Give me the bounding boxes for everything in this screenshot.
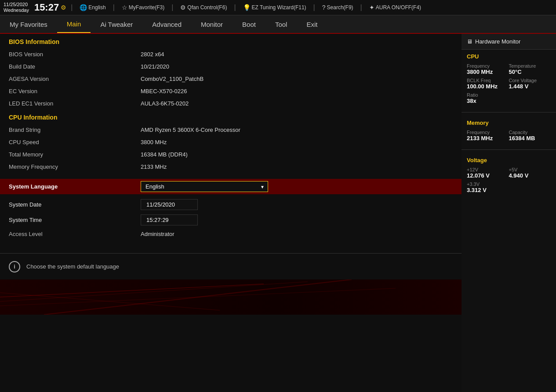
hw-mem-cap-col: Capacity 16384 MB [509, 130, 551, 142]
navbar: My Favorites Main Ai Tweaker Advanced Mo… [0, 15, 556, 34]
nav-ai-tweaker[interactable]: Ai Tweaker [91, 15, 142, 33]
hw-cpu-temp-label: Temperature [509, 63, 551, 69]
divider-2: | [113, 4, 115, 11]
aura-button[interactable]: ✦ AURA ON/OFF(F4) [367, 4, 424, 11]
hw-cpu-freq-col: Frequency 3800 MHz [467, 63, 509, 75]
nav-monitor[interactable]: Monitor [191, 15, 233, 33]
divider-1: | [71, 4, 73, 11]
system-time-row[interactable]: System Time 15:27:29 [0, 212, 462, 228]
hw-bclk-col: BCLK Freq 100.00 MHz [467, 78, 509, 90]
led-ec1-row: LED EC1 Version AULA3-6K75-0202 [0, 97, 462, 109]
hw-ratio-label: Ratio [467, 92, 551, 98]
hw-bclk-row: BCLK Freq 100.00 MHz Core Voltage 1.448 … [467, 78, 551, 90]
monitor-icon: 🖥 [467, 38, 472, 45]
svg-line-4 [0, 288, 396, 306]
agesa-label: AGESA Version [9, 76, 141, 82]
system-time-label: System Time [9, 217, 141, 223]
hw-ratio-col: Ratio 38x [467, 92, 551, 104]
hw-ratio-row: Ratio 38x [467, 92, 551, 104]
datetime-display: 11/25/2020 Wednesday [4, 2, 33, 13]
globe-icon: 🌐 [80, 4, 87, 11]
ec-version-label: EC Version [9, 88, 141, 94]
qfan-control-button[interactable]: ⚙ Qfan Control(F6) [178, 4, 229, 11]
hw-divider-2 [462, 149, 556, 150]
hw-v5-label: +5V [509, 167, 551, 172]
language-dropdown[interactable]: English Simplified Chinese Traditional C… [141, 181, 268, 192]
hw-mem-freq-col: Frequency 2133 MHz [467, 130, 509, 142]
search-button[interactable]: ? Search(F9) [320, 4, 356, 11]
divider-4: | [234, 4, 236, 11]
system-date-value[interactable]: 11/25/2020 [141, 199, 453, 210]
nav-tool[interactable]: Tool [265, 15, 297, 33]
tuning-icon: 💡 [243, 4, 251, 11]
total-memory-label: Total Memory [9, 151, 141, 158]
language-dropdown-wrapper[interactable]: English Simplified Chinese Traditional C… [141, 181, 268, 192]
nav-exit[interactable]: Exit [297, 15, 327, 33]
hardware-monitor-sidebar: 🖥 Hardware Monitor CPU Frequency 3800 MH… [462, 34, 556, 392]
ec-version-value: MBEC-X570-0226 [141, 88, 453, 94]
hw-core-voltage-col: Core Voltage 1.448 V [509, 78, 551, 90]
gear-icon: ⚙ [61, 4, 66, 11]
nav-main[interactable]: Main [57, 15, 91, 33]
language-selector[interactable]: 🌐 English [77, 4, 108, 11]
content-sidebar-wrapper: BIOS Information BIOS Version 2802 x64 B… [0, 34, 556, 392]
nav-my-favorites[interactable]: My Favorites [0, 15, 57, 33]
hw-v33-col: +3.3V 3.312 V [467, 181, 551, 193]
hw-mem-row: Frequency 2133 MHz Capacity 16384 MB [467, 130, 551, 142]
hw-cpu-freq-row: Frequency 3800 MHz Temperature 50°C [467, 63, 551, 75]
system-time-value[interactable]: 15:27:29 [141, 214, 453, 225]
system-language-value[interactable]: English Simplified Chinese Traditional C… [141, 181, 453, 192]
cpu-speed-row: CPU Speed 3800 MHz [0, 136, 462, 148]
brand-string-label: Brand String [9, 127, 141, 133]
memory-freq-label: Memory Frequency [9, 163, 141, 170]
brand-string-value: AMD Ryzen 5 3600X 6-Core Processor [141, 127, 453, 133]
hw-cpu-section: CPU Frequency 3800 MHz Temperature 50°C [462, 50, 556, 109]
my-favorite-button[interactable]: ☆ MyFavorite(F3) [119, 4, 167, 11]
hw-voltage-12-5-row: +12V 12.076 V +5V 4.940 V [467, 167, 551, 179]
system-language-row[interactable]: System Language English Simplified Chine… [0, 179, 462, 194]
system-date-box[interactable]: 11/25/2020 [141, 199, 198, 210]
svg-line-2 [0, 293, 220, 310]
hw-bclk-value: 100.00 MHz [467, 83, 509, 90]
hw-mem-cap-label: Capacity [509, 130, 551, 135]
hw-core-voltage-value: 1.448 V [509, 83, 551, 90]
search-icon: ? [322, 4, 326, 11]
hw-voltage-33-row: +3.3V 3.312 V [467, 181, 551, 193]
hw-v12-col: +12V 12.076 V [467, 167, 509, 179]
qfan-label: Qfan Control(F6) [187, 4, 227, 11]
aura-label: AURA ON/OFF(F4) [376, 4, 421, 11]
info-icon: i [9, 261, 20, 272]
day-display: Wednesday [4, 7, 29, 13]
nav-advanced[interactable]: Advanced [142, 15, 191, 33]
divider-6: | [360, 4, 362, 11]
hw-v33-label: +3.3V [467, 181, 551, 187]
hw-v12-label: +12V [467, 167, 509, 172]
hw-memory-title: Memory [467, 120, 551, 126]
system-date-row[interactable]: System Date 11/25/2020 [0, 197, 462, 212]
hw-core-voltage-label: Core Voltage [509, 78, 551, 83]
search-label: Search(F9) [327, 4, 353, 11]
language-label: English [88, 4, 105, 11]
agesa-row: AGESA Version ComboV2_1100_PatchB [0, 73, 462, 85]
svg-line-0 [0, 284, 264, 297]
topbar: 11/25/2020 Wednesday 15:27 ⚙ | 🌐 English… [0, 0, 556, 15]
date-display: 11/25/2020 [4, 2, 28, 7]
hw-cpu-temp-value: 50°C [509, 69, 551, 75]
cpu-section-header: CPU Information [0, 109, 462, 123]
nav-boot[interactable]: Boot [233, 15, 265, 33]
deco-bottom [0, 279, 462, 315]
hint-text: Choose the system default language [26, 263, 119, 270]
system-time-box[interactable]: 15:27:29 [141, 214, 198, 225]
hardware-monitor-label: Hardware Monitor [475, 38, 520, 45]
hw-cpu-freq-value: 3800 MHz [467, 69, 509, 75]
total-memory-value: 16384 MB (DDR4) [141, 151, 453, 158]
agesa-value: ComboV2_1100_PatchB [141, 76, 453, 82]
hardware-monitor-title: 🖥 Hardware Monitor [462, 34, 556, 50]
memory-freq-value: 2133 MHz [141, 163, 453, 170]
ez-tuning-button[interactable]: 💡 EZ Tuning Wizard(F11) [240, 4, 309, 11]
system-language-label: System Language [9, 183, 141, 190]
svg-line-1 [0, 282, 308, 301]
hw-mem-freq-label: Frequency [467, 130, 509, 135]
hw-divider-1 [462, 112, 556, 113]
access-level-value: Administrator [141, 231, 453, 237]
